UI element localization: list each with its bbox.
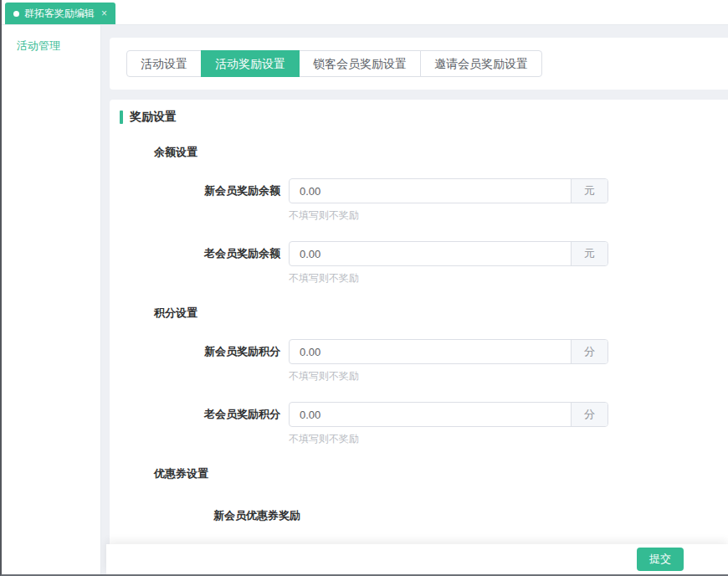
- field-hint: 不填写则不奖励: [289, 208, 728, 223]
- tab-lock-member-reward-settings[interactable]: 锁客会员奖励设置: [299, 50, 421, 77]
- tab-activity-reward-settings[interactable]: 活动奖励设置: [201, 50, 300, 77]
- new-member-points-input[interactable]: [290, 340, 571, 363]
- field-label: 老会员奖励积分: [120, 402, 280, 427]
- unit-suffix: 元: [571, 242, 608, 265]
- unit-suffix: 分: [571, 403, 608, 426]
- unit-suffix: 元: [571, 179, 608, 203]
- old-member-points-input[interactable]: [290, 403, 571, 426]
- section-accent-bar: [120, 111, 123, 124]
- section-title-text: 奖励设置: [130, 110, 177, 125]
- tab-close-icon[interactable]: ×: [101, 8, 107, 18]
- form-row-old-member-balance: 老会员奖励余额 元: [120, 241, 728, 266]
- submit-button[interactable]: 提交: [637, 548, 684, 571]
- new-member-coupon-label: 新会员优惠券奖励: [213, 508, 728, 523]
- reward-settings-card: 奖励设置 余额设置 新会员奖励余额 元 不填写则不奖励 老会员奖励余额: [110, 100, 728, 574]
- unit-suffix: 分: [571, 340, 608, 363]
- tabs-card: 活动设置 活动奖励设置 锁客会员奖励设置 邀请会员奖励设置: [110, 38, 728, 90]
- group-title-points: 积分设置: [154, 306, 728, 321]
- group-title-balance: 余额设置: [154, 145, 728, 160]
- active-dot-icon: [13, 11, 19, 17]
- new-member-balance-input-group: 元: [289, 178, 608, 203]
- app-window: 群拓客奖励编辑 × 活动管理 活动设置 活动奖励设置 锁客会员奖励设置 邀请会员…: [0, 0, 728, 576]
- sidebar-item-activity-management[interactable]: 活动管理: [2, 25, 100, 54]
- form-row-new-member-balance: 新会员奖励余额 元: [120, 178, 728, 203]
- new-member-points-input-group: 分: [289, 339, 608, 364]
- page-tab-label: 群拓客奖励编辑: [24, 7, 95, 21]
- page-tab-active[interactable]: 群拓客奖励编辑 ×: [5, 3, 115, 24]
- footer-bar: 提交: [106, 544, 728, 574]
- field-hint: 不填写则不奖励: [289, 432, 728, 446]
- tab-invite-member-reward-settings[interactable]: 邀请会员奖励设置: [420, 50, 542, 77]
- form-row-old-member-points: 老会员奖励积分 分: [120, 402, 728, 427]
- old-member-balance-input-group: 元: [289, 241, 608, 266]
- settings-tab-group: 活动设置 活动奖励设置 锁客会员奖励设置 邀请会员奖励设置: [126, 50, 728, 77]
- field-hint: 不填写则不奖励: [289, 369, 728, 383]
- old-member-balance-input[interactable]: [290, 242, 571, 265]
- section-title: 奖励设置: [120, 110, 728, 125]
- field-hint: 不填写则不奖励: [289, 271, 728, 285]
- tab-activity-settings[interactable]: 活动设置: [126, 50, 202, 77]
- field-label: 老会员奖励余额: [120, 241, 280, 266]
- page-tabs-bar: 群拓客奖励编辑 ×: [2, 0, 728, 25]
- new-member-balance-input[interactable]: [290, 179, 571, 203]
- field-label: 新会员奖励余额: [120, 178, 280, 203]
- main-area: 活动管理 活动设置 活动奖励设置 锁客会员奖励设置 邀请会员奖励设置 奖励设置 …: [2, 25, 728, 574]
- form-row-new-member-points: 新会员奖励积分 分: [120, 339, 728, 364]
- field-label: 新会员奖励积分: [120, 339, 280, 364]
- content-area: 活动设置 活动奖励设置 锁客会员奖励设置 邀请会员奖励设置 奖励设置 余额设置 …: [101, 25, 728, 574]
- old-member-points-input-group: 分: [289, 402, 608, 427]
- group-title-coupon: 优惠券设置: [154, 466, 728, 481]
- sidebar: 活动管理: [2, 25, 101, 574]
